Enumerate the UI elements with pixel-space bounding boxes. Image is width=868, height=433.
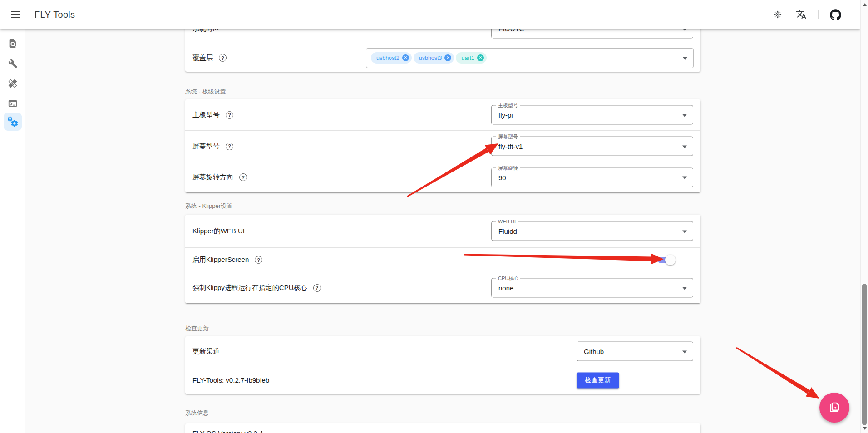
os-version-label: FLY OS Version: v3.3.4: [192, 429, 263, 433]
fly-tools-app: 系统时区 Etc/UTC 覆盖层 ? usbhost2 ✕: [0, 0, 868, 433]
dropdown-arrow-icon: [682, 114, 687, 117]
scrollbar-down-icon[interactable]: [861, 425, 868, 432]
help-icon[interactable]: ?: [239, 173, 247, 181]
cpu-value: none: [498, 284, 513, 292]
dropdown-arrow-icon: [682, 145, 687, 148]
overlay-chip: usbhost2 ✕: [371, 52, 412, 64]
app-bar: FLY-Tools: [0, 0, 860, 29]
overlay-chip: uart1 ✕: [456, 52, 487, 64]
motherboard-value: fly-pi: [498, 111, 513, 119]
row-os-version: FLY OS Version: v3.3.4: [185, 423, 700, 433]
webui-label: Klipper的WEB UI: [192, 227, 245, 236]
sidebar-item-healing[interactable]: [4, 74, 22, 93]
webui-value: Fluidd: [498, 227, 517, 235]
motherboard-select[interactable]: 主板型号 fly-pi: [491, 105, 693, 125]
row-update-channel: 更新渠道 Github: [185, 336, 700, 366]
sidebar-item-settings[interactable]: [4, 113, 22, 131]
field-label: WEB UI: [496, 219, 518, 225]
channel-label: 更新渠道: [192, 347, 220, 356]
screen-value: fly-tft-v1: [498, 143, 523, 150]
save-all-icon: [828, 401, 841, 414]
rotation-value: 90: [498, 173, 506, 181]
screen-label: 屏幕型号: [192, 142, 220, 151]
row-screen-rotation: 屏幕旋转方向 ? 屏幕旋转 90: [185, 162, 700, 192]
section-title-klipper: 系统 - Klipper设置: [185, 202, 232, 210]
chip-label: usbhost2: [376, 55, 399, 61]
chip-label: usbhost3: [419, 55, 442, 61]
field-label: 屏幕旋转: [496, 165, 520, 171]
menu-icon[interactable]: [8, 6, 25, 23]
card-check-update: 更新渠道 Github FLY-Tools: v0.2.7-fb9bfeb 检查…: [185, 336, 700, 394]
scrollbar: [860, 0, 868, 433]
card-system-info: FLY OS Version: v3.3.4: [185, 423, 700, 433]
toggle-thumb: [665, 255, 676, 265]
help-icon[interactable]: ?: [226, 143, 233, 150]
cpu-select[interactable]: CPU核心 none: [491, 278, 693, 298]
dropdown-arrow-icon: [682, 287, 687, 290]
settings-content: 系统时区 Etc/UTC 覆盖层 ? usbhost2 ✕: [25, 0, 860, 433]
overlay-multiselect[interactable]: usbhost2 ✕ usbhost3 ✕ uart1 ✕: [366, 48, 694, 68]
chip-close-icon[interactable]: ✕: [444, 54, 451, 61]
app-title: FLY-Tools: [35, 10, 75, 20]
row-motherboard-model: 主板型号 ? 主板型号 fly-pi: [185, 99, 700, 131]
field-label: 屏幕型号: [496, 134, 520, 140]
card-board-settings: 主板型号 ? 主板型号 fly-pi 屏幕型号 ? 屏幕型号 fly-tft-v…: [185, 99, 700, 192]
sidebar-item-terminal[interactable]: [4, 94, 22, 113]
help-icon[interactable]: ?: [226, 111, 233, 119]
help-icon[interactable]: ?: [313, 284, 321, 292]
channel-value: Github: [584, 348, 604, 355]
chip-close-icon[interactable]: ✕: [477, 54, 484, 61]
rotation-label: 屏幕旋转方向: [192, 173, 233, 182]
help-icon[interactable]: ?: [219, 54, 227, 62]
chip-label: uart1: [461, 55, 474, 61]
row-overlay: 覆盖层 ? usbhost2 ✕ usbhost3 ✕ uart1: [185, 44, 700, 72]
sidebar: [0, 29, 25, 433]
field-label: 主板型号: [496, 103, 520, 108]
dropdown-arrow-icon: [682, 350, 687, 353]
appbar-divider: [818, 10, 819, 19]
brightness-icon[interactable]: [771, 8, 784, 21]
dropdown-arrow-icon: [682, 177, 687, 179]
section-title-update: 检查更新: [185, 325, 209, 333]
row-cpu-core: 强制Klippy进程运行在指定的CPU核心 ? CPU核心 none: [185, 272, 700, 303]
wrench-icon: [8, 59, 18, 69]
scrollbar-thumb[interactable]: [862, 284, 867, 425]
klipperscreen-toggle[interactable]: [658, 257, 674, 263]
motherboard-label: 主板型号: [192, 111, 220, 119]
help-icon[interactable]: ?: [255, 256, 262, 264]
row-klipperscreen: 启用KlipperScreen ?: [185, 248, 700, 272]
section-title-board: 系统 - 板级设置: [185, 88, 226, 96]
screen-select[interactable]: 屏幕型号 fly-tft-v1: [491, 137, 693, 156]
overlay-chip: usbhost3 ✕: [414, 52, 454, 64]
check-update-button[interactable]: 检查更新: [577, 372, 619, 388]
github-icon[interactable]: [829, 8, 842, 21]
sidebar-item-find-in-page[interactable]: [4, 34, 22, 53]
dropdown-arrow-icon: [683, 57, 687, 60]
sidebar-item-tools[interactable]: [4, 54, 22, 73]
field-label: CPU核心: [496, 276, 520, 281]
webui-select[interactable]: WEB UI Fluidd: [491, 221, 693, 241]
chip-close-icon[interactable]: ✕: [402, 54, 409, 61]
row-screen-model: 屏幕型号 ? 屏幕型号 fly-tft-v1: [185, 131, 700, 162]
healing-icon: [8, 79, 18, 89]
card-klipper-settings: Klipper的WEB UI WEB UI Fluidd 启用KlipperSc…: [185, 215, 700, 303]
rotation-select[interactable]: 屏幕旋转 90: [491, 167, 693, 187]
cpu-label: 强制Klippy进程运行在指定的CPU核心: [192, 284, 307, 292]
scrollbar-up-icon[interactable]: [861, 1, 868, 8]
gears-icon: [7, 116, 19, 128]
dropdown-arrow-icon: [682, 230, 687, 233]
row-version: FLY-Tools: v0.2.7-fb9bfeb 检查更新: [185, 366, 700, 394]
terminal-icon: [8, 98, 18, 108]
klipperscreen-label: 启用KlipperScreen: [192, 256, 249, 264]
update-channel-select[interactable]: Github: [577, 342, 693, 361]
section-title-info: 系统信息: [185, 409, 209, 417]
tools-version-label: FLY-Tools: v0.2.7-fb9bfeb: [192, 376, 269, 384]
translate-icon[interactable]: [794, 8, 808, 21]
row-webui: Klipper的WEB UI WEB UI Fluidd: [185, 215, 700, 248]
save-fab-button[interactable]: [819, 393, 849, 423]
overlay-label: 覆盖层: [192, 54, 213, 62]
find-in-page-icon: [8, 39, 18, 49]
